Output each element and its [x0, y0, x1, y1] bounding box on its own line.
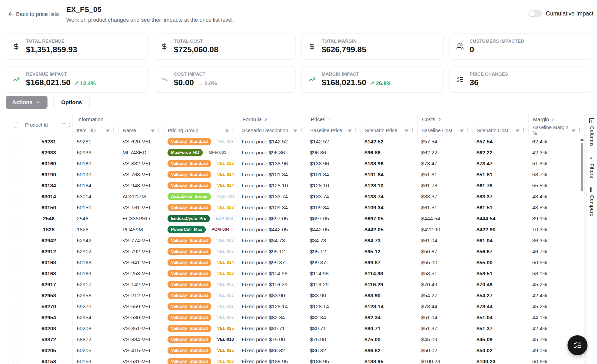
- column-group-margin[interactable]: Margin: [528, 114, 584, 125]
- cell-name: EC338PRO: [118, 213, 164, 224]
- column-header-name[interactable]: Name: [118, 125, 164, 136]
- cell-scenario-price: $116.29: [360, 279, 417, 290]
- kebab-menu-icon[interactable]: [353, 128, 358, 133]
- column-header-product-id[interactable]: Product Id: [25, 114, 73, 136]
- kebab-menu-icon[interactable]: [67, 122, 72, 128]
- column-header-baseline-margin-[interactable]: Baseline Margin %: [528, 125, 584, 136]
- kebab-menu-icon[interactable]: [577, 128, 582, 133]
- row-checkbox[interactable]: [13, 304, 18, 309]
- pricing-code-pill: VEL-024: [214, 171, 237, 178]
- column-header-pricing-group[interactable]: Pricing Group: [164, 125, 238, 136]
- select-all-checkbox[interactable]: [13, 122, 18, 128]
- tab-compare[interactable]: Compare: [589, 187, 595, 217]
- filter-icon[interactable]: [571, 128, 576, 133]
- cell-product-id: 60163: [25, 268, 73, 279]
- row-checkbox[interactable]: [13, 139, 18, 144]
- pricing-code-pill: VEL-023: [214, 204, 237, 211]
- kebab-menu-icon[interactable]: [230, 128, 236, 133]
- row-checkbox[interactable]: [13, 194, 18, 199]
- cell-scenario-description: Fixed price $442.05: [238, 224, 306, 235]
- row-checkbox[interactable]: [13, 326, 18, 331]
- pricing-group-badge: Velocity_Standard: [168, 259, 211, 266]
- cell-baseline-margin: 62.4%: [528, 136, 584, 147]
- filter-icon[interactable]: [150, 128, 156, 133]
- filter-icon[interactable]: [292, 128, 298, 133]
- pricing-code-pill: VEL-010: [214, 336, 237, 343]
- pricing-group-badge: Velocity_Standard: [168, 138, 211, 145]
- row-checkbox[interactable]: [13, 238, 18, 243]
- cell-baseline-cost: $78.44: [417, 301, 472, 312]
- scroll-up-arrow[interactable]: [580, 138, 584, 141]
- cell-pricing-group: Velocity_Standard VEL-011: [164, 136, 238, 147]
- cell-pricing-group: Velocity_Standard VEL-023: [164, 356, 238, 364]
- cell-scenario-price: $128.14: [360, 301, 417, 312]
- row-checkbox[interactable]: [13, 359, 18, 364]
- kebab-menu-icon[interactable]: [465, 128, 470, 133]
- filter-icon[interactable]: [459, 128, 464, 133]
- kebab-menu-icon[interactable]: [156, 128, 162, 133]
- kebab-menu-icon[interactable]: [521, 128, 526, 133]
- cell-pricing-group: Velocity_Standard VEL-025: [164, 345, 238, 356]
- table-row: 60208 60208 VS-351-VEL Velocity_Standard…: [6, 323, 584, 334]
- column-group-formula[interactable]: Formula: [238, 114, 306, 125]
- row-checkbox[interactable]: [13, 271, 18, 276]
- cell-item-iid: 2546: [73, 213, 118, 224]
- pricing-code-pill: VEL-011: [214, 303, 237, 310]
- cell-pricing-group: Velocity_Standard VEL-023: [164, 158, 238, 169]
- price-changes-fab[interactable]: [568, 335, 588, 355]
- row-checkbox[interactable]: [13, 315, 18, 320]
- cell-baseline-price: $142.52: [306, 136, 360, 147]
- actions-button[interactable]: Actions: [6, 96, 48, 109]
- kebab-menu-icon[interactable]: [410, 128, 415, 133]
- row-checkbox[interactable]: [13, 227, 18, 232]
- cell-scenario-cost: $62.22: [472, 147, 528, 158]
- cell-baseline-price: $188.95: [306, 356, 360, 364]
- scrollbar-thumb[interactable]: [581, 143, 583, 191]
- back-to-price-lists-link[interactable]: Back to price lists: [8, 11, 59, 17]
- kpi-delta: ↗ 12.4%: [74, 80, 96, 87]
- cell-baseline-margin: 55.5%: [528, 180, 584, 191]
- tab-filters[interactable]: Filters: [589, 155, 595, 178]
- filter-icon[interactable]: [61, 122, 66, 128]
- tab-columns[interactable]: Columns: [589, 118, 595, 147]
- filter-icon[interactable]: [224, 128, 230, 133]
- products-table: Product Id Information Formula Prices Co…: [6, 114, 584, 364]
- row-checkbox[interactable]: [13, 282, 18, 287]
- column-header-scenario-price[interactable]: Scenario Price: [360, 125, 417, 136]
- row-checkbox[interactable]: [13, 348, 18, 353]
- filter-icon[interactable]: [515, 128, 520, 133]
- cell-name: VS-948-VEL: [118, 180, 164, 191]
- cell-pricing-group: Velocity_Standard VEL-023: [164, 202, 238, 213]
- row-checkbox[interactable]: [13, 249, 18, 254]
- column-group-prices[interactable]: Prices: [306, 114, 417, 125]
- row-checkbox[interactable]: [13, 150, 18, 155]
- kebab-menu-icon[interactable]: [298, 128, 304, 133]
- column-header-scenario-description[interactable]: Scenario Description: [238, 125, 306, 136]
- column-header-baseline-cost[interactable]: Baseline Cost: [417, 125, 472, 136]
- column-header-baseline-price[interactable]: Baseline Price: [306, 125, 360, 136]
- kebab-menu-icon[interactable]: [111, 128, 116, 133]
- cell-name: MF748HD: [118, 147, 164, 158]
- cell-pricing-group: PowerCell_Max PCM-004: [164, 224, 238, 235]
- cell-baseline-cost: $70.49: [417, 279, 472, 290]
- row-checkbox[interactable]: [13, 260, 18, 265]
- row-checkbox[interactable]: [13, 205, 18, 210]
- kpi-card-price-changes: PRICE CHANGES 36: [450, 66, 592, 93]
- filter-icon[interactable]: [105, 128, 110, 133]
- chevron-right-icon: [264, 117, 268, 122]
- row-checkbox[interactable]: [13, 172, 18, 177]
- column-header-item-iid[interactable]: Item_IID: [73, 125, 118, 136]
- column-group-costs[interactable]: Costs: [417, 114, 528, 125]
- row-checkbox[interactable]: [13, 216, 18, 221]
- row-checkbox[interactable]: [13, 161, 18, 166]
- row-checkbox[interactable]: [13, 337, 18, 342]
- filter-icon[interactable]: [404, 128, 409, 133]
- column-label: Item_IID: [77, 128, 96, 133]
- row-checkbox[interactable]: [13, 293, 18, 298]
- options-button[interactable]: Options: [54, 96, 90, 109]
- filter-icon[interactable]: [347, 128, 352, 133]
- row-checkbox[interactable]: [13, 183, 18, 188]
- column-group-information[interactable]: Information: [73, 114, 238, 125]
- column-header-scenario-cost[interactable]: Scenario Cost: [472, 125, 528, 136]
- cumulative-impact-toggle[interactable]: [528, 10, 542, 17]
